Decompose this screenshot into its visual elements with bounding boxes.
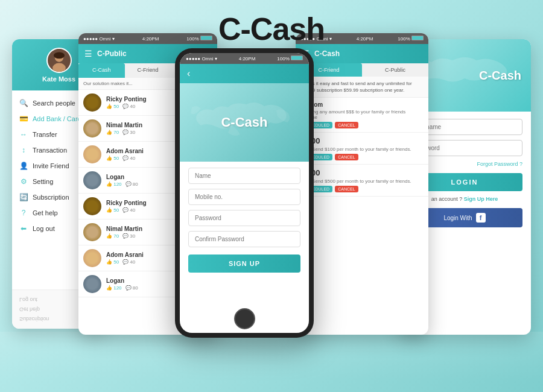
battery-label: 100% bbox=[277, 55, 303, 62]
sub-plan-custom: Custom Sending any amount $$$ to your fa… bbox=[296, 98, 428, 133]
password-input[interactable] bbox=[188, 210, 300, 226]
like-count: 👍 70 bbox=[106, 233, 119, 239]
search-icon: 🔍 bbox=[19, 99, 28, 107]
avatar bbox=[83, 197, 101, 215]
time-label: 4:20PM bbox=[357, 36, 373, 42]
avatar bbox=[83, 249, 101, 267]
home-button[interactable] bbox=[234, 308, 255, 329]
like-count: 👍 50 bbox=[106, 259, 119, 265]
sidebar-item-label: Log out bbox=[33, 225, 55, 232]
sub-screen-title: C-Cash bbox=[314, 49, 340, 58]
svg-point-2 bbox=[52, 63, 66, 72]
like-count: 👍 50 bbox=[106, 104, 119, 109]
subscription-screen: ●●●●● Omni ▾ 4:20PM 100% ☰ C-Cash C-Frie… bbox=[296, 33, 428, 335]
sidebar-item-label: Transaction bbox=[33, 147, 67, 154]
tab-ccash[interactable]: C-Cash bbox=[78, 63, 125, 78]
hamburger-icon[interactable]: ☰ bbox=[84, 49, 92, 58]
cancel-button[interactable]: CANCEL bbox=[335, 122, 358, 128]
reflection bbox=[0, 332, 543, 380]
phone-form: SIGN UP bbox=[180, 162, 309, 305]
sub-plan-desc: Auto-Send $100 per month to your family … bbox=[300, 147, 424, 152]
battery-label: 100% bbox=[398, 36, 424, 42]
sub-plan-btns: SCHEDULED CANCEL bbox=[300, 186, 424, 192]
name-input[interactable] bbox=[188, 168, 300, 184]
sub-plan-btns: SCHEDULED CANCEL bbox=[300, 122, 424, 128]
avatar bbox=[46, 48, 72, 73]
login-with-label: Login With bbox=[443, 215, 472, 221]
time-label: 4:20PM bbox=[142, 36, 159, 42]
sub-plan-desc: Sending any amount $$$ to your family or… bbox=[300, 109, 424, 120]
sidebar-item-label: Setting bbox=[33, 178, 53, 185]
confirm-password-input[interactable] bbox=[188, 231, 300, 247]
transfer-icon: ↔ bbox=[19, 130, 28, 139]
sub-plan-500: $ 500 Auto-Send $500 per month to your f… bbox=[296, 165, 428, 197]
like-count: 👍 70 bbox=[106, 130, 119, 135]
tab-cfriend[interactable]: C-Friend bbox=[125, 63, 171, 78]
cancel-button[interactable]: CANCEL bbox=[335, 186, 358, 192]
phone-topbar: ‹ bbox=[180, 64, 309, 83]
msg-count: 💬 80 bbox=[125, 182, 138, 187]
sub-plan-title: $ 100 bbox=[300, 136, 424, 145]
logout-icon: ⬅ bbox=[19, 224, 28, 233]
sub-plan-title: $ 500 bbox=[300, 168, 424, 177]
subscription-icon: 🔄 bbox=[19, 193, 28, 201]
phone-screen: ●●●●● Omni ▾ 4:20PM 100% ‹ C-Cash SIGN U… bbox=[180, 53, 309, 333]
mobile-input[interactable] bbox=[188, 189, 300, 205]
avatar bbox=[83, 275, 101, 293]
sidebar-item-label: Invite Friend bbox=[33, 162, 69, 169]
sidebar-item-label: Transfer bbox=[33, 131, 57, 138]
msg-count: 💬 40 bbox=[122, 156, 135, 161]
sub-plan-btns: SCHEDULED CANCEL bbox=[300, 154, 424, 160]
tab-cpublic[interactable]: C-Public bbox=[362, 63, 428, 77]
like-count: 👍 120 bbox=[106, 182, 122, 187]
sidebar-username: Kate Moss bbox=[42, 75, 75, 83]
like-count: 👍 50 bbox=[106, 207, 119, 213]
avatar bbox=[83, 93, 101, 112]
back-icon[interactable]: ‹ bbox=[187, 68, 190, 79]
facebook-icon: f bbox=[476, 213, 486, 223]
settings-icon: ⚙ bbox=[19, 177, 28, 186]
center-phone: ●●●●● Omni ▾ 4:20PM 100% ‹ C-Cash SIGN U… bbox=[175, 48, 314, 338]
time-label: 4:20PM bbox=[239, 56, 256, 62]
bank-icon: 💳 bbox=[19, 115, 28, 123]
no-account-label: an account ? bbox=[431, 196, 463, 202]
battery-label: 100% bbox=[186, 36, 212, 42]
msg-count: 💬 40 bbox=[122, 104, 135, 109]
avatar bbox=[83, 145, 101, 163]
msg-count: 💬 80 bbox=[125, 285, 138, 291]
contacts-screen-title: C-Public bbox=[97, 49, 127, 58]
avatar bbox=[83, 171, 101, 189]
carrier-label: ●●●●● Omni ▾ bbox=[186, 56, 217, 62]
msg-count: 💬 40 bbox=[122, 259, 135, 265]
avatar bbox=[83, 119, 101, 138]
msg-count: 💬 30 bbox=[122, 130, 135, 135]
sub-plan-100: $ 100 Auto-Send $100 per month to your f… bbox=[296, 133, 428, 165]
phone-map-title: C-Cash bbox=[221, 115, 267, 130]
carrier-label: ●●●●● Omni ▾ bbox=[83, 36, 115, 42]
svg-point-3 bbox=[53, 52, 64, 58]
sub-tabs: C-Friend C-Public bbox=[296, 63, 428, 77]
cancel-button[interactable]: CANCEL bbox=[335, 154, 358, 160]
sidebar-item-label: Subscription bbox=[33, 194, 69, 201]
avatar bbox=[83, 223, 101, 241]
help-icon: ? bbox=[19, 209, 28, 217]
like-count: 👍 50 bbox=[106, 156, 119, 161]
msg-count: 💬 30 bbox=[122, 233, 135, 239]
msg-count: 💬 40 bbox=[122, 207, 135, 213]
signup-button[interactable]: SIGN UP bbox=[188, 254, 300, 273]
sub-description: makes it easy and fast to send and any u… bbox=[296, 77, 428, 98]
phone-statusbar: ●●●●● Omni ▾ 4:20PM 100% bbox=[180, 53, 309, 64]
sidebar-item-label: Add Bank / Card bbox=[33, 115, 81, 122]
sub-plan-title: Custom bbox=[300, 101, 424, 108]
phone-home-bar bbox=[180, 305, 309, 333]
app-title: C-Cash bbox=[218, 11, 325, 47]
phone-map-area: C-Cash bbox=[180, 83, 309, 162]
contacts-statusbar: ●●●●● Omni ▾ 4:20PM 100% bbox=[78, 33, 217, 44]
sidebar-item-label: Search people bbox=[33, 100, 75, 107]
transaction-icon: ↕ bbox=[19, 146, 28, 154]
like-count: 👍 120 bbox=[106, 285, 122, 291]
sub-plan-desc: Auto-Send $500 per month to your family … bbox=[300, 179, 424, 184]
sidebar-item-label: Get help bbox=[33, 209, 58, 217]
invite-icon: 👤 bbox=[19, 162, 28, 170]
signup-link[interactable]: Sign Up Here bbox=[464, 196, 498, 202]
